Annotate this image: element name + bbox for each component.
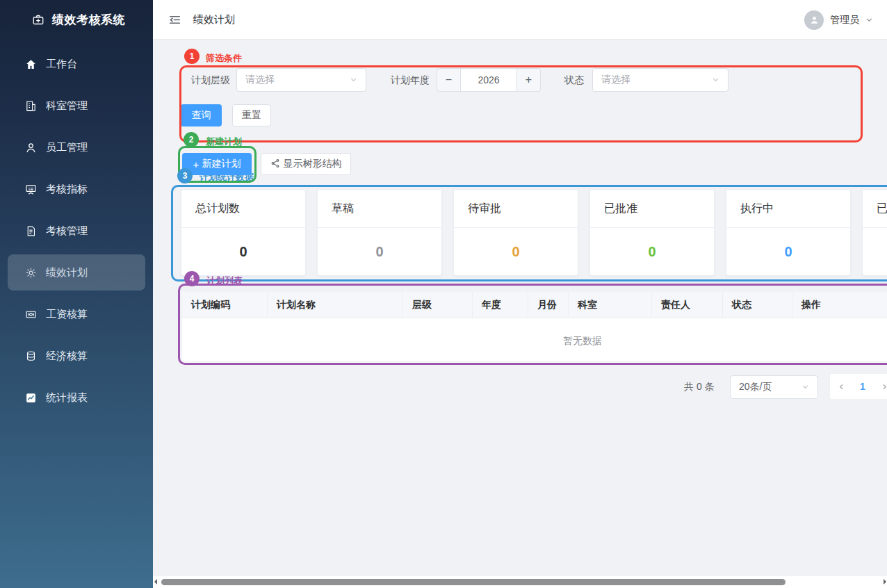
sidebar-item-label: 考核指标 [46, 183, 88, 196]
stat-card-draft: 草稿 0 [317, 189, 442, 276]
annotation-label-4: 计划列表 [206, 275, 243, 287]
sidebar-item-payroll[interactable]: 工资核算 [0, 293, 153, 335]
sidebar-item-label: 考核管理 [46, 224, 88, 238]
plan-level-label: 计划层级 [191, 68, 230, 92]
scrollbar-thumb[interactable] [161, 579, 786, 585]
stat-card-completed: 已完成 0 [862, 189, 887, 276]
next-page-button[interactable] [873, 374, 887, 399]
sidebar-item-label: 员工管理 [46, 141, 88, 154]
pager: 1 [830, 374, 887, 399]
chevron-down-icon [801, 381, 809, 393]
sidebar-item-label: 工作台 [46, 58, 77, 71]
plan-table: 计划编码 计划名称 层级 年度 月份 科室 责任人 状态 操作 暂无数据 [182, 292, 887, 363]
chevron-down-icon [712, 74, 719, 86]
horizontal-scrollbar [153, 576, 887, 588]
sidebar-item-departments[interactable]: 科室管理 [0, 85, 153, 126]
status-select[interactable]: 请选择 [592, 68, 729, 92]
stat-card-value: 0 [454, 228, 578, 275]
sidebar-item-label: 统计报表 [46, 391, 88, 405]
stat-card-label: 执行中 [726, 190, 850, 228]
scroll-left-arrow-icon[interactable] [154, 579, 157, 585]
user-name: 管理员 [830, 14, 859, 26]
user-icon [24, 141, 37, 154]
annotation-badge-2: 2 [184, 132, 199, 147]
page-size-select[interactable]: 20条/页 [730, 375, 818, 399]
annotation-label-2: 新建计划 [206, 136, 242, 148]
column-header: 月份 [528, 292, 569, 318]
increase-button[interactable]: + [517, 69, 540, 91]
sidebar: 绩效考核系统 工作台 科室管理 员工管理 考核指标 考核管理 绩效计划 [0, 0, 153, 588]
app-title: 绩效考核系统 [52, 12, 125, 28]
plan-year-stepper: − + [437, 68, 541, 92]
chevron-down-icon [350, 74, 357, 86]
sidebar-item-workbench[interactable]: 工作台 [0, 43, 153, 85]
column-header: 责任人 [652, 292, 723, 318]
stat-card-pending: 待审批 0 [453, 189, 578, 276]
plus-icon: + [193, 158, 200, 170]
annotation-badge-1: 1 [184, 49, 200, 64]
avatar [804, 10, 824, 30]
stat-card-approved: 已批准 0 [589, 189, 715, 276]
stat-card-label: 已完成 [863, 190, 887, 228]
stat-card-total: 总计划数 0 [181, 189, 306, 276]
decrease-button[interactable]: − [437, 69, 460, 91]
sidebar-menu: 工作台 科室管理 员工管理 考核指标 考核管理 绩效计划 工资核算 [0, 40, 153, 418]
table-header-row: 计划编码 计划名称 层级 年度 月份 科室 责任人 状态 操作 [182, 292, 887, 318]
column-header: 状态 [723, 292, 792, 318]
sidebar-item-label: 经济核算 [46, 350, 88, 363]
chart-icon [24, 391, 37, 404]
board-icon [24, 183, 37, 195]
status-label: 状态 [564, 68, 584, 92]
stat-card-value: 0 [590, 228, 714, 275]
column-header: 年度 [473, 292, 528, 318]
sidebar-item-performance-plan[interactable]: 绩效计划 [0, 252, 153, 293]
prev-page-button[interactable] [830, 374, 852, 399]
stat-card-label: 已批准 [590, 190, 714, 228]
home-icon [24, 58, 37, 70]
user-menu[interactable]: 管理员 [804, 0, 873, 40]
stat-card-executing: 执行中 0 [726, 189, 851, 276]
sidebar-item-assessments[interactable]: 考核管理 [0, 210, 153, 252]
cash-icon [24, 308, 37, 320]
stat-card-label: 总计划数 [181, 190, 305, 228]
reset-button[interactable]: 重置 [232, 104, 271, 126]
new-plan-button[interactable]: + 新建计划 [182, 153, 252, 175]
sidebar-item-reports[interactable]: 统计报表 [0, 377, 153, 418]
scroll-right-arrow-icon[interactable] [884, 579, 886, 585]
sidebar-item-indicators[interactable]: 考核指标 [0, 168, 153, 210]
database-icon [24, 350, 37, 362]
plan-year-label: 计划年度 [391, 68, 430, 92]
column-header: 计划编码 [182, 292, 268, 318]
plan-level-select[interactable]: 请选择 [236, 68, 366, 92]
new-plan-button-label: 新建计划 [202, 158, 241, 170]
column-header: 计划名称 [268, 292, 403, 318]
sidebar-fold-icon[interactable] [168, 13, 181, 26]
stat-card-value: 0 [726, 228, 850, 275]
column-header: 科室 [569, 292, 652, 318]
pagination-total: 共 0 条 [684, 381, 715, 393]
stat-card-label: 草稿 [318, 190, 441, 228]
document-icon [24, 224, 37, 237]
app-screen: 绩效考核系统 工作台 科室管理 员工管理 考核指标 考核管理 绩效计划 [0, 0, 887, 588]
column-header: 操作 [792, 292, 887, 318]
stat-card-value: 0 [318, 228, 441, 275]
table-body: 暂无数据 [182, 318, 887, 362]
column-header: 层级 [403, 292, 473, 318]
stat-card-label: 待审批 [454, 190, 578, 228]
status-placeholder: 请选择 [601, 74, 630, 86]
page-number[interactable]: 1 [852, 381, 873, 392]
plan-year-input[interactable] [460, 69, 517, 91]
sidebar-item-label: 工资核算 [46, 308, 88, 321]
plan-level-placeholder: 请选择 [245, 74, 275, 86]
search-button[interactable]: 查询 [181, 104, 222, 126]
sidebar-item-label: 绩效计划 [46, 266, 88, 279]
gear-icon [24, 266, 37, 279]
topbar: 绩效计划 管理员 [153, 0, 887, 40]
sidebar-item-economics[interactable]: 经济核算 [0, 335, 153, 377]
sidebar-item-employees[interactable]: 员工管理 [0, 126, 153, 168]
empty-state-text: 暂无数据 [541, 335, 624, 348]
app-logo: 绩效考核系统 [0, 0, 153, 40]
sidebar-item-label: 科室管理 [46, 99, 88, 113]
show-tree-button[interactable]: 显示树形结构 [261, 153, 351, 175]
stat-card-value: 0 [863, 228, 887, 275]
